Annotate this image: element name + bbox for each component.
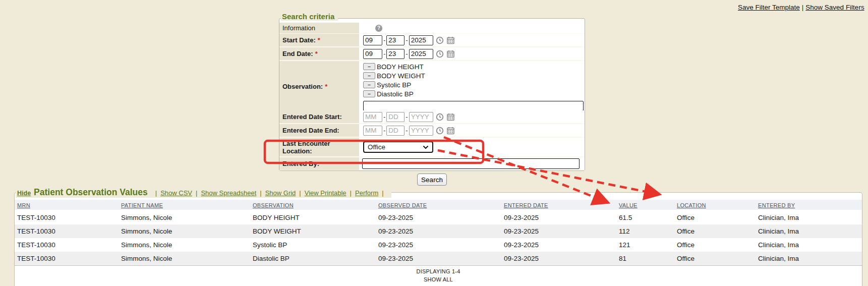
start-date-day-input[interactable] — [386, 35, 404, 45]
cell-observed-date: 09-23-2025 — [376, 241, 501, 249]
table-row: TEST-10030 Simmons, Nicole BODY HEIGHT 0… — [15, 211, 862, 224]
remove-observation-button[interactable]: − — [363, 63, 375, 70]
cell-location: Office — [674, 241, 756, 249]
question-mark-icon[interactable]: ? — [375, 25, 382, 32]
column-header-location[interactable]: LOCATION — [677, 202, 706, 208]
column-header-patient-name[interactable]: PATIENT NAME — [121, 202, 163, 208]
end-date-month-input[interactable] — [363, 49, 382, 59]
show-spreadsheet-link[interactable]: Show Spreadsheet — [201, 189, 256, 197]
show-all-link[interactable]: SHOW ALL — [15, 276, 862, 282]
entered-by-row: Entered By: — [279, 157, 585, 170]
search-criteria-fieldset: Search criteria Information ? Start Date… — [279, 18, 585, 171]
start-date-year-input[interactable] — [409, 35, 433, 45]
hide-link[interactable]: Hide — [17, 190, 31, 197]
calendar-icon[interactable] — [446, 127, 455, 135]
entered-by-label: Entered By: — [282, 160, 319, 167]
entered-date-end-label: Entered Date End: — [282, 127, 339, 134]
cell-observation: Diastolic BP — [250, 255, 376, 262]
table-row: TEST-10030 Simmons, Nicole Diastolic BP … — [15, 252, 862, 265]
results-title: Patient Observation Values — [34, 187, 148, 198]
table-row: TEST-10030 Simmons, Nicole Systolic BP 0… — [15, 238, 862, 252]
cell-entered-by: Clinician, Ima — [756, 227, 862, 235]
end-date-year-input[interactable] — [409, 49, 433, 59]
observation-search-input[interactable] — [363, 101, 584, 111]
entered-date-end-month-input[interactable] — [363, 126, 382, 136]
search-button[interactable]: Search — [417, 174, 447, 186]
cell-value: 112 — [616, 227, 674, 235]
chevron-down-icon — [423, 143, 429, 151]
entered-by-input[interactable] — [362, 158, 580, 169]
last-encounter-location-label-line2: Location: — [282, 147, 357, 155]
entered-date-end-year-input[interactable] — [409, 126, 433, 136]
cell-mrn: TEST-10030 — [15, 227, 119, 235]
end-date-day-input[interactable] — [386, 49, 404, 59]
cell-mrn: TEST-10030 — [15, 255, 119, 262]
observation-selected-item: − Systolic BP — [363, 80, 411, 89]
cell-value: 81 — [616, 255, 674, 262]
last-encounter-location-select[interactable]: Office — [363, 141, 433, 153]
cell-location: Office — [674, 214, 756, 221]
cell-mrn: TEST-10030 — [15, 214, 119, 221]
start-date-row: Start Date:* - - — [279, 34, 585, 47]
column-header-observed-date[interactable]: OBSERVED DATE — [378, 202, 427, 208]
observation-selected-item: − BODY HEIGHT — [363, 62, 424, 71]
cell-patient-name: Simmons, Nicole — [119, 214, 250, 221]
entered-date-end-day-input[interactable] — [386, 126, 404, 136]
show-csv-link[interactable]: Show CSV — [160, 189, 192, 197]
calendar-icon[interactable] — [446, 50, 455, 58]
patient-observation-values-panel: Hide Patient Observation Values | Show C… — [14, 192, 862, 286]
cell-entered-date: 09-23-2025 — [501, 241, 616, 249]
column-header-observation[interactable]: OBSERVATION — [253, 202, 294, 208]
entered-date-start-month-input[interactable] — [363, 112, 382, 122]
save-filter-template-link[interactable]: Save Filter Template — [738, 4, 800, 11]
search-criteria-legend: Search criteria — [281, 12, 338, 21]
show-grid-link[interactable]: Show Grid — [265, 189, 296, 197]
cell-location: Office — [674, 227, 756, 235]
information-label: Information — [279, 23, 359, 33]
cell-observed-date: 09-23-2025 — [376, 255, 501, 262]
start-date-month-input[interactable] — [363, 35, 382, 45]
table-header-row: MRN PATIENT NAME OBSERVATION OBSERVED DA… — [15, 200, 862, 211]
view-printable-link[interactable]: View Printable — [305, 189, 346, 197]
entered-date-start-year-input[interactable] — [409, 112, 433, 122]
start-date-label: Start Date: — [282, 36, 316, 44]
cell-observation: Systolic BP — [250, 241, 376, 249]
calendar-icon[interactable] — [446, 36, 455, 44]
observation-item-label: Diastolic BP — [377, 90, 414, 98]
column-header-mrn[interactable]: MRN — [17, 202, 30, 208]
cell-entered-date: 09-23-2025 — [501, 214, 616, 221]
entered-date-start-label: Entered Date Start: — [282, 113, 342, 121]
remove-observation-button[interactable]: − — [363, 90, 375, 97]
cell-mrn: TEST-10030 — [15, 241, 119, 249]
clock-icon[interactable] — [436, 127, 444, 135]
clock-icon[interactable] — [436, 113, 444, 121]
required-asterisk: * — [325, 83, 327, 90]
links-separator: | — [802, 4, 804, 11]
required-asterisk: * — [318, 36, 320, 44]
filter-template-links: Save Filter Template|Show Saved Filters — [738, 4, 864, 11]
cell-entered-by: Clinician, Ima — [756, 255, 862, 262]
end-date-row: End Date:* - - — [279, 47, 585, 61]
results-header: Hide Patient Observation Values | Show C… — [16, 187, 391, 198]
clock-icon[interactable] — [436, 36, 444, 44]
cell-entered-by: Clinician, Ima — [756, 241, 862, 249]
last-encounter-location-row: Last Encounter Location: Office — [279, 138, 585, 157]
cell-entered-date: 09-23-2025 — [501, 227, 616, 235]
perform-link[interactable]: Perform — [355, 189, 378, 197]
column-header-entered-by[interactable]: ENTERED BY — [758, 202, 795, 208]
show-saved-filters-link[interactable]: Show Saved Filters — [805, 4, 864, 11]
calendar-icon[interactable] — [446, 113, 455, 121]
cell-location: Office — [674, 255, 756, 262]
required-asterisk: * — [315, 50, 318, 58]
remove-observation-button[interactable]: − — [363, 72, 375, 79]
observation-label: Observation: — [282, 83, 323, 90]
displaying-count: DISPLAYING 1-4 — [15, 268, 862, 274]
column-header-entered-date[interactable]: ENTERED DATE — [504, 202, 548, 208]
clock-icon[interactable] — [436, 50, 444, 58]
entered-date-start-day-input[interactable] — [386, 112, 404, 122]
results-table: MRN PATIENT NAME OBSERVATION OBSERVED DA… — [15, 200, 862, 282]
cell-value: 121 — [616, 241, 674, 249]
remove-observation-button[interactable]: − — [363, 81, 375, 88]
column-header-value[interactable]: VALUE — [619, 202, 638, 208]
cell-patient-name: Simmons, Nicole — [119, 241, 250, 249]
